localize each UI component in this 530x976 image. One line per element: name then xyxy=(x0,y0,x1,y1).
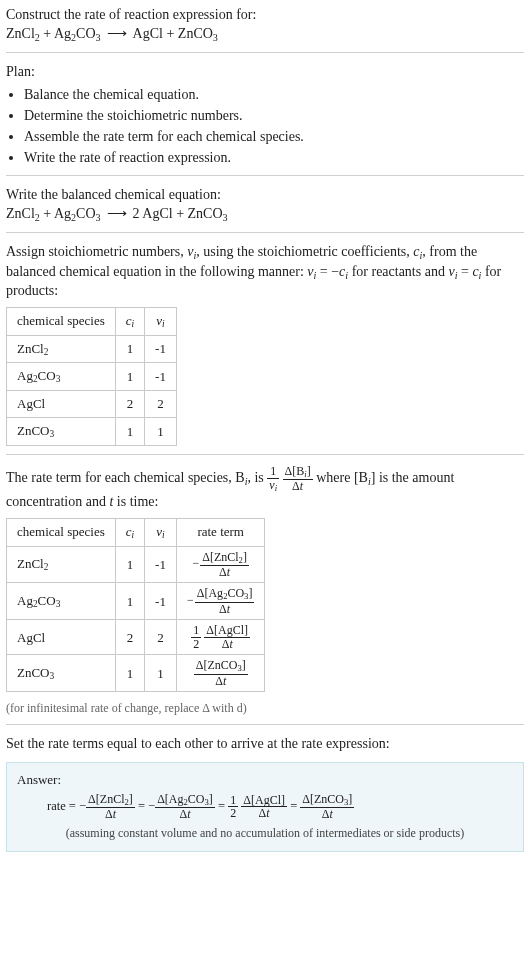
species-cell: ZnCO3 xyxy=(7,655,116,692)
balanced-equation: ZnCl2 + Ag2CO3⟶2 AgCl + ZnCO3 xyxy=(6,205,524,224)
species-cell: AgCl xyxy=(7,620,116,655)
prompt: Construct the rate of reaction expressio… xyxy=(6,6,524,44)
species-cell: ZnCl2 xyxy=(7,335,116,363)
ci-cell: 2 xyxy=(115,391,144,418)
table-row: AgCl 2 2 12 Δ[AgCl]Δt xyxy=(7,620,265,655)
answer-equation: rate = −Δ[ZnCl2]Δt = −Δ[Ag2CO3]Δt = 12 Δ… xyxy=(17,793,513,821)
rateterm-cell: Δ[ZnCO3]Δt xyxy=(176,655,264,692)
table-row: ZnCl2 1 -1 xyxy=(7,335,177,363)
stoich-table: chemical species ci νi ZnCl2 1 -1 Ag2CO3… xyxy=(6,307,177,446)
divider xyxy=(6,175,524,176)
species-cell: ZnCO3 xyxy=(7,417,116,445)
ci-cell: 1 xyxy=(115,363,144,391)
vi-cell: -1 xyxy=(145,546,177,583)
dB-over-dt: Δ[Bi]Δt xyxy=(283,465,313,493)
col-rateterm: rate term xyxy=(176,518,264,546)
plan-item: Determine the stoichiometric numbers. xyxy=(24,107,524,126)
divider xyxy=(6,52,524,53)
species-cell: AgCl xyxy=(7,391,116,418)
table-header-row: chemical species ci νi rate term xyxy=(7,518,265,546)
rate-label: rate xyxy=(47,799,66,813)
divider xyxy=(6,232,524,233)
plan-block: Plan: Balance the chemical equation. Det… xyxy=(6,63,524,167)
assign-text: , using the stoichiometric coefficients, xyxy=(196,244,413,259)
prompt-line1: Construct the rate of reaction expressio… xyxy=(6,6,524,25)
table-row: ZnCl2 1 -1 −Δ[ZnCl2]Δt xyxy=(7,546,265,583)
rateterm-text: where xyxy=(316,470,354,485)
rateterm-cell: 12 Δ[AgCl]Δt xyxy=(176,620,264,655)
answer-box: Answer: rate = −Δ[ZnCl2]Δt = −Δ[Ag2CO3]Δ… xyxy=(6,762,524,852)
rateterm-cell: −Δ[Ag2CO3]Δt xyxy=(176,583,264,620)
rateterm-text: , is xyxy=(247,470,267,485)
species-cell: Ag2CO3 xyxy=(7,363,116,391)
vi-cell: 1 xyxy=(145,655,177,692)
assign-text: Assign stoichiometric numbers, xyxy=(6,244,187,259)
col-species: chemical species xyxy=(7,518,116,546)
species-cell: ZnCl2 xyxy=(7,546,116,583)
setequal-text: Set the rate terms equal to each other t… xyxy=(6,735,524,754)
rateterm-text: The rate term for each chemical species, xyxy=(6,470,235,485)
plan-item: Balance the chemical equation. xyxy=(24,86,524,105)
table-row: AgCl 2 2 xyxy=(7,391,177,418)
infinitesimal-note: (for infinitesimal rate of change, repla… xyxy=(6,700,524,716)
ci-cell: 1 xyxy=(115,546,144,583)
prompt-equation: ZnCl2 + Ag2CO3⟶AgCl + ZnCO3 xyxy=(6,25,524,44)
divider xyxy=(6,454,524,455)
assign-text: for reactants and xyxy=(348,264,448,279)
answer-note: (assuming constant volume and no accumul… xyxy=(17,825,513,841)
plan-list: Balance the chemical equation. Determine… xyxy=(6,86,524,168)
ci-cell: 1 xyxy=(115,583,144,620)
balanced-block: Write the balanced chemical equation: Zn… xyxy=(6,186,524,224)
vi-cell: 1 xyxy=(145,417,177,445)
plan-item: Write the rate of reaction expression. xyxy=(24,149,524,168)
rateterm-cell: −Δ[ZnCl2]Δt xyxy=(176,546,264,583)
rateterm-block: The rate term for each chemical species,… xyxy=(6,465,524,512)
vi-cell: 2 xyxy=(145,620,177,655)
col-vi: νi xyxy=(145,307,177,335)
vi-cell: -1 xyxy=(145,583,177,620)
vi-cell: -1 xyxy=(145,335,177,363)
vi-cell: -1 xyxy=(145,363,177,391)
col-ci: ci xyxy=(115,518,144,546)
table-header-row: chemical species ci νi xyxy=(7,307,177,335)
assign-block: Assign stoichiometric numbers, νi, using… xyxy=(6,243,524,300)
divider xyxy=(6,724,524,725)
plan-item: Assemble the rate term for each chemical… xyxy=(24,128,524,147)
col-ci: ci xyxy=(115,307,144,335)
one-over-nu: 1νi xyxy=(267,465,279,493)
table-row: Ag2CO3 1 -1 −Δ[Ag2CO3]Δt xyxy=(7,583,265,620)
balanced-title: Write the balanced chemical equation: xyxy=(6,186,524,205)
table-row: Ag2CO3 1 -1 xyxy=(7,363,177,391)
col-vi: νi xyxy=(145,518,177,546)
ci-cell: 1 xyxy=(115,655,144,692)
ci-cell: 1 xyxy=(115,335,144,363)
rateterm-table: chemical species ci νi rate term ZnCl2 1… xyxy=(6,518,265,693)
table-row: ZnCO3 1 1 xyxy=(7,417,177,445)
rateterm-text: is time: xyxy=(113,494,158,509)
species-cell: Ag2CO3 xyxy=(7,583,116,620)
col-species: chemical species xyxy=(7,307,116,335)
answer-header: Answer: xyxy=(17,771,513,789)
vi-cell: 2 xyxy=(145,391,177,418)
ci-cell: 1 xyxy=(115,417,144,445)
table-row: ZnCO3 1 1 Δ[ZnCO3]Δt xyxy=(7,655,265,692)
ci-cell: 2 xyxy=(115,620,144,655)
plan-title: Plan: xyxy=(6,63,524,82)
